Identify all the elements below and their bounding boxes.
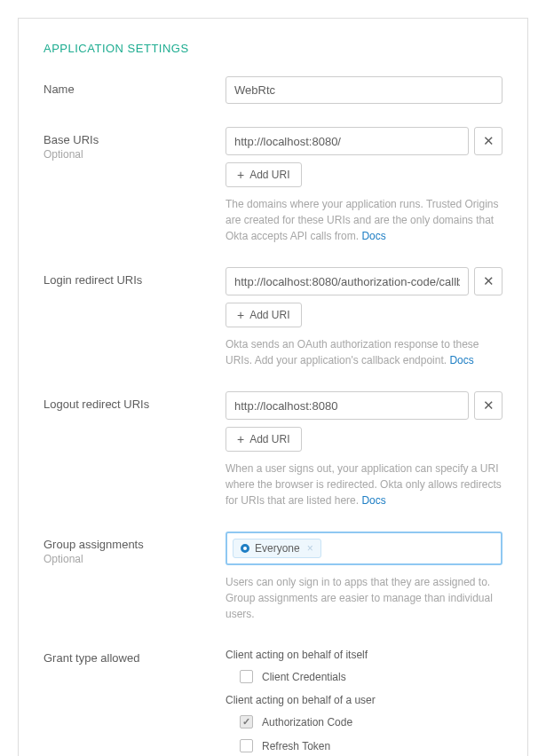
- plus-icon: +: [237, 309, 244, 321]
- base-uris-docs-link[interactable]: Docs: [361, 230, 385, 242]
- field-login-redirect: Login redirect URIs ✕ + Add URI Okta sen…: [44, 267, 502, 368]
- chip-label: Everyone: [255, 542, 300, 555]
- base-uris-label: Base URIs: [44, 133, 226, 146]
- login-redirect-input[interactable]: [226, 267, 469, 295]
- checkbox-refresh-token[interactable]: [240, 739, 253, 752]
- field-group-assignments: Group assignments Optional Everyone × Us…: [44, 532, 502, 622]
- logout-redirect-remove-button[interactable]: ✕: [474, 391, 502, 420]
- add-uri-label: Add URI: [249, 433, 289, 445]
- base-uris-help: The domains where your application runs.…: [226, 196, 502, 244]
- grant-type-label: Grant type allowed: [44, 651, 226, 665]
- group-icon: [241, 544, 249, 553]
- login-redirect-help: Okta sends an OAuth authorization respon…: [226, 336, 502, 368]
- name-input[interactable]: [226, 76, 502, 104]
- field-name: Name: [44, 76, 502, 104]
- field-base-uris: Base URIs Optional ✕ + Add URI The domai…: [44, 127, 502, 244]
- add-login-redirect-button[interactable]: + Add URI: [226, 303, 302, 327]
- add-uri-label: Add URI: [249, 169, 289, 181]
- logout-redirect-docs-link[interactable]: Docs: [361, 494, 385, 507]
- checkbox-authorization-code[interactable]: [240, 715, 253, 728]
- add-uri-label: Add URI: [249, 309, 289, 321]
- logout-redirect-label: Logout redirect URIs: [44, 398, 226, 411]
- checkbox-client-credentials-row: Client Credentials: [240, 670, 502, 683]
- field-grant-type: Grant type allowed Client acting on beha…: [44, 645, 502, 756]
- checkbox-label: Client Credentials: [262, 671, 346, 683]
- grant-user-header: Client acting on behalf of a user: [226, 694, 502, 706]
- checkbox-refresh-token-row: Refresh Token: [240, 739, 502, 752]
- group-chip-everyone: Everyone ×: [233, 539, 321, 558]
- plus-icon: +: [237, 169, 244, 181]
- checkbox-label: Authorization Code: [262, 716, 352, 728]
- add-logout-redirect-button[interactable]: + Add URI: [226, 427, 302, 452]
- base-uri-remove-button[interactable]: ✕: [474, 127, 502, 155]
- name-label: Name: [44, 83, 226, 96]
- settings-panel: APPLICATION SETTINGS Name Base URIs Opti…: [18, 18, 528, 756]
- section-title: APPLICATION SETTINGS: [44, 42, 502, 55]
- add-base-uri-button[interactable]: + Add URI: [226, 162, 302, 187]
- base-uri-input[interactable]: [226, 127, 469, 155]
- checkbox-client-credentials[interactable]: [240, 670, 253, 683]
- plus-icon: +: [237, 433, 244, 445]
- login-redirect-remove-button[interactable]: ✕: [474, 267, 502, 295]
- close-icon: ✕: [483, 398, 495, 413]
- close-icon: ✕: [483, 273, 495, 289]
- field-logout-redirect: Logout redirect URIs ✕ + Add URI When a …: [44, 391, 502, 508]
- logout-redirect-help: When a user signs out, your application …: [226, 461, 502, 508]
- chip-remove-icon[interactable]: ×: [307, 542, 313, 555]
- group-assignments-help: Users can only sign in to apps that they…: [226, 574, 502, 622]
- group-assignments-label: Group assignments: [44, 538, 226, 551]
- checkbox-authorization-code-row: Authorization Code: [240, 715, 502, 728]
- base-uris-optional: Optional: [44, 148, 226, 161]
- group-assignments-input[interactable]: Everyone ×: [226, 532, 502, 565]
- checkbox-label: Refresh Token: [262, 740, 330, 752]
- logout-redirect-input[interactable]: [226, 391, 469, 420]
- grant-self-header: Client acting on behalf of itself: [226, 649, 502, 661]
- login-redirect-docs-link[interactable]: Docs: [449, 354, 473, 366]
- group-assignments-optional: Optional: [44, 553, 226, 565]
- close-icon: ✕: [483, 133, 495, 149]
- login-redirect-label: Login redirect URIs: [44, 273, 226, 287]
